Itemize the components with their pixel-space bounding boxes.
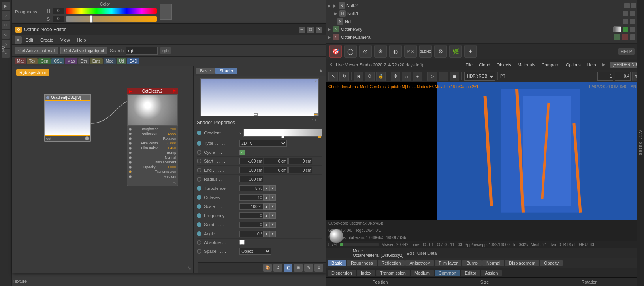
vp-num-input-1[interactable] [597,72,613,81]
size-label[interactable]: Size [480,280,489,284]
left-icon-2[interactable]: ○ [2,11,10,20]
hdr-select[interactable]: HDR/sRGB [464,72,495,81]
menu-edit[interactable]: Edit [23,37,36,43]
lv-menu-help[interactable]: Help [586,62,598,68]
tab-oth[interactable]: Oth [78,58,89,64]
scale-input[interactable] [239,203,263,210]
mat-sub-tab-common[interactable]: Common [435,270,460,276]
tab-uti[interactable]: Uti [117,58,126,64]
opacity-port[interactable] [129,166,132,169]
seed-down-btn[interactable]: ▼ [269,222,276,228]
octanecam-vis3[interactable] [630,34,635,40]
null1-toggle[interactable]: ▶ [334,11,338,16]
type-radio[interactable] [197,141,201,146]
menu-create[interactable]: Create [37,37,56,43]
close-button[interactable]: ✕ [316,27,322,33]
nature-icon-btn[interactable]: 🌿 [449,45,462,58]
node-canvas[interactable]: Rgb spectrum Gradient[OSL][S] out ▶ OctG… [12,66,194,273]
minimize-button[interactable]: ─ [299,27,305,33]
frequency-radio[interactable] [197,213,201,218]
lv-menu-options[interactable]: Options [564,62,582,68]
normal-port[interactable] [129,156,132,159]
cycle-checkbox[interactable]: ✓ [239,150,245,155]
edit-label[interactable]: Edit [407,251,414,256]
gradient-arrow[interactable]: › [239,131,241,135]
mat-tab-displacement[interactable]: Displacement [505,260,539,266]
octaves-up-btn[interactable]: ▲ [263,194,269,201]
tab-tex[interactable]: Tex [27,58,38,64]
angle-radio[interactable] [197,231,201,236]
filmindex-port[interactable] [129,147,132,150]
radius-radio[interactable] [197,177,201,182]
tab-gen[interactable]: Gen [38,58,51,64]
angle-up-btn[interactable]: ▲ [263,231,269,237]
vp-exposure-input[interactable] [615,72,631,81]
scale-down-btn[interactable]: ▼ [269,203,276,210]
gradient-node[interactable]: Gradient[OSL][S] out [44,94,91,142]
gradient-thumb-white[interactable] [254,113,258,116]
mode-label[interactable]: Mode [353,249,403,253]
rotation-label[interactable]: Rotation [582,280,598,284]
get-active-tag-button[interactable]: Get Active tag/object [60,47,107,54]
mat-tab-normal[interactable]: Normal [482,260,504,266]
seed-up-btn[interactable]: ▲ [263,222,269,228]
turbulence-radio[interactable] [197,186,201,191]
tab-c4d[interactable]: C4D [127,58,139,64]
mat-tab-roughness[interactable]: Roughness [347,260,377,266]
vp-gear-icon[interactable]: ⚙ [365,72,375,81]
sat-slider[interactable] [66,16,157,22]
start-radio[interactable] [197,159,201,163]
mat-tab-anisotropy[interactable]: Anisotropy [405,260,434,266]
main-viewport[interactable]: Check:0ms./0ms. MeshGen:0ms. Update[M]:0… [326,82,644,220]
turbulence-up-btn[interactable]: ▲ [263,185,269,191]
mix-icon-btn[interactable]: MIX [404,45,417,58]
vp-key-icon[interactable]: ⌂ [402,72,411,81]
shader-btn-5[interactable]: ✎ [304,264,313,272]
seed-input[interactable] [239,222,263,228]
null2-vis2[interactable] [631,3,636,8]
vp-move-icon[interactable]: ✥ [391,72,400,81]
center-icon-btn[interactable]: ⊙ [359,45,372,58]
mat-tab-filmlayer[interactable]: Film layer [435,260,461,266]
maximize-button[interactable]: □ [307,27,314,33]
gradient-radio[interactable] [197,131,201,135]
menu-help[interactable]: Help [74,37,89,43]
start-z-input[interactable] [288,158,312,164]
menu-view[interactable]: View [57,37,73,43]
null2-toggle2[interactable]: ▶ [333,3,337,8]
turbulence-input[interactable] [239,185,263,191]
lv-menu-compare[interactable]: Compare [540,62,561,68]
view-icon-btn[interactable]: ◯ [344,45,357,58]
null2-vis1[interactable] [624,3,630,8]
blend-icon-btn[interactable]: BLEND [419,45,432,58]
absolute-checkbox[interactable] [239,240,245,245]
lv-menu-file[interactable]: File [464,62,474,68]
octanesky-vis1[interactable] [623,27,628,32]
menu-icon[interactable]: ≡ [15,36,22,44]
position-label[interactable]: Position [372,280,388,284]
null-vis2[interactable] [630,19,635,24]
half-icon-btn[interactable]: ◐ [389,45,402,58]
end-radio[interactable] [197,168,201,172]
hue-slider[interactable] [66,8,157,14]
lv-close-btn[interactable]: ✕ [329,62,333,67]
gradient-thumb-orange[interactable] [314,113,318,116]
lv-menu-objects[interactable]: Objects [495,62,513,68]
tab-ems[interactable]: Ems [90,58,103,64]
scale-radio[interactable] [197,204,201,209]
lv-play-btn[interactable]: ▶ [602,62,605,67]
gradient-mini-bar[interactable] [243,129,322,137]
angle-input[interactable] [239,231,263,237]
start-y-input[interactable] [264,158,288,164]
end-y-input[interactable] [264,167,288,173]
left-icon-4[interactable]: ◇ [2,30,10,39]
octanesky-toggle[interactable]: ▶ [328,27,331,32]
null1-vis1[interactable] [623,11,628,16]
octaves-radio[interactable] [197,195,201,200]
user-data-label[interactable]: User Data [417,251,437,256]
octanesky-vis2[interactable] [630,27,635,32]
sun-icon-btn[interactable]: ☀ [374,45,387,58]
mat-tab-reflection[interactable]: Reflection [378,260,405,266]
end-x-input[interactable] [239,167,263,173]
mat-sub-tab-index[interactable]: Index [357,270,375,276]
